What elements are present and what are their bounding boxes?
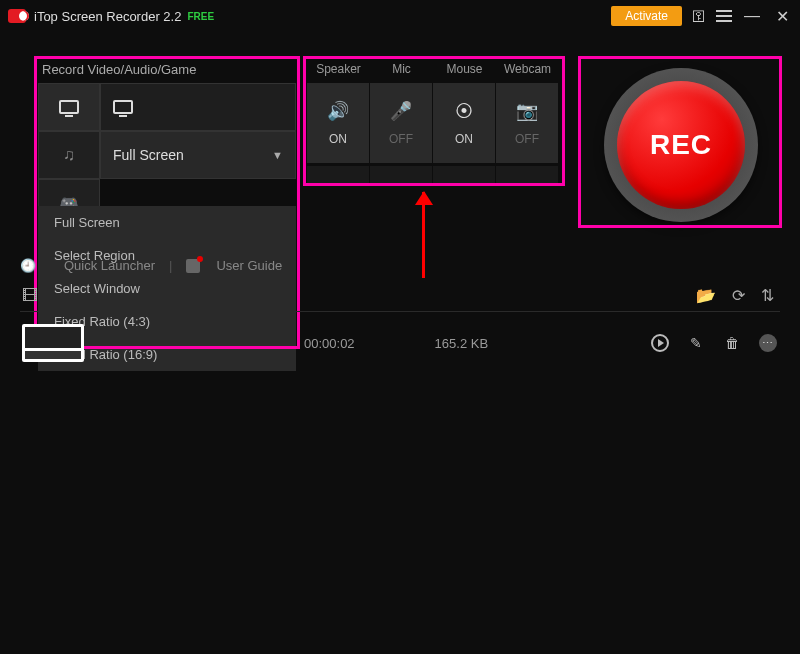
- dev-header-mic: Mic: [370, 56, 433, 82]
- mode-display: [100, 83, 296, 131]
- minimize-button[interactable]: —: [742, 7, 762, 25]
- toggle-webcam[interactable]: 📷 OFF: [496, 83, 558, 163]
- dev-extra-4[interactable]: [496, 166, 558, 186]
- recordings-area: 🎞 📂 ⟳ ⇅ 00:00:02 165.2 KB ✎ 🗑 ⋯: [0, 280, 800, 374]
- speaker-icon: 🔊: [327, 100, 349, 122]
- video-list-icon[interactable]: 🎞: [22, 287, 38, 305]
- music-icon: ♫: [63, 146, 75, 164]
- separator: |: [169, 258, 172, 273]
- rec-button[interactable]: REC: [604, 68, 758, 222]
- mouse-state: ON: [455, 132, 473, 146]
- toggle-mouse[interactable]: ⦿ ON: [433, 83, 495, 163]
- play-button[interactable]: [650, 333, 670, 353]
- recent-icon[interactable]: 🕘: [20, 258, 36, 273]
- webcam-state: OFF: [515, 132, 539, 146]
- chevron-down-icon: ▼: [272, 149, 283, 161]
- dev-header-mouse: Mouse: [433, 56, 496, 82]
- record-mode-panel: Record Video/Audio/Game ♫ 🎮 Full Screen …: [38, 56, 296, 227]
- activate-button[interactable]: Activate: [611, 6, 682, 26]
- rec-button-inner: REC: [617, 81, 745, 209]
- rec-label: REC: [650, 129, 712, 161]
- toggle-speaker[interactable]: 🔊 ON: [307, 83, 369, 163]
- open-folder-icon[interactable]: 📂: [696, 286, 716, 305]
- recording-row[interactable]: 00:00:02 165.2 KB ✎ 🗑 ⋯: [0, 312, 800, 374]
- dev-extra-1[interactable]: [307, 166, 369, 186]
- panel-title: Record Video/Audio/Game: [38, 56, 296, 83]
- more-icon: ⋯: [759, 334, 777, 352]
- monitor-icon: [113, 100, 133, 114]
- speaker-state: ON: [329, 132, 347, 146]
- play-icon: [651, 334, 669, 352]
- recording-thumbnail: [22, 324, 84, 362]
- mic-icon: 🎤: [390, 100, 412, 122]
- tab-audio[interactable]: ♫: [38, 131, 100, 179]
- dev-extra-2[interactable]: [370, 166, 432, 186]
- webcam-icon: 📷: [516, 100, 538, 122]
- hamburger-menu-icon[interactable]: [716, 10, 732, 22]
- user-guide-link[interactable]: User Guide: [216, 258, 282, 273]
- recording-duration: 00:00:02: [304, 336, 355, 351]
- toggle-mic[interactable]: 🎤 OFF: [370, 83, 432, 163]
- mode-selector[interactable]: Full Screen ▼: [100, 131, 296, 179]
- recording-size: 165.2 KB: [435, 336, 489, 351]
- more-button[interactable]: ⋯: [758, 333, 778, 353]
- delete-button[interactable]: 🗑: [722, 333, 742, 353]
- rec-button-wrap: REC: [600, 64, 762, 226]
- dev-header-webcam: Webcam: [496, 56, 559, 82]
- dev-header-speaker: Speaker: [307, 56, 370, 82]
- edit-button[interactable]: ✎: [686, 333, 706, 353]
- titlebar: iTop Screen Recorder 2.2 FREE Activate ⚿…: [0, 0, 800, 32]
- upper-panel: Record Video/Audio/Game ♫ 🎮 Full Screen …: [0, 56, 800, 256]
- recordings-toolbar: 🎞 📂 ⟳ ⇅: [0, 280, 800, 311]
- free-badge: FREE: [187, 11, 214, 22]
- monitor-icon: [59, 100, 79, 114]
- app-logo-icon: [8, 9, 26, 23]
- mouse-icon: ⦿: [455, 101, 473, 122]
- refresh-icon[interactable]: ⟳: [732, 286, 745, 305]
- close-button[interactable]: ✕: [772, 7, 792, 26]
- mode-selected-label: Full Screen: [113, 147, 184, 163]
- key-icon[interactable]: ⚿: [692, 8, 706, 24]
- dev-extra-3[interactable]: [433, 166, 495, 186]
- mic-state: OFF: [389, 132, 413, 146]
- dropdown-item-full-screen[interactable]: Full Screen: [38, 206, 296, 239]
- sort-icon[interactable]: ⇅: [761, 286, 774, 305]
- device-toggle-panel: Speaker Mic Mouse Webcam 🔊 ON 🎤 OFF ⦿ ON…: [307, 56, 561, 187]
- mid-toolbar: 🕘 Quick Launcher | User Guide: [0, 254, 800, 277]
- app-title: iTop Screen Recorder 2.2: [34, 9, 181, 24]
- tab-video[interactable]: [38, 83, 100, 131]
- user-guide-icon: [186, 259, 200, 273]
- quick-launcher-link[interactable]: Quick Launcher: [64, 258, 155, 273]
